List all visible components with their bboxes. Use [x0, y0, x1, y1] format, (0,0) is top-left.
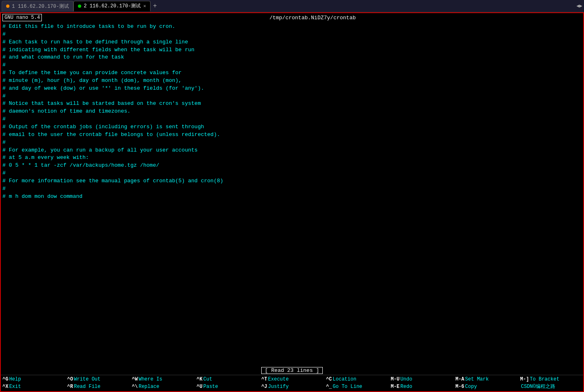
shortcut-item[interactable]: M-ASet Mark — [454, 376, 518, 383]
shortcut-label: Help — [9, 376, 21, 382]
shortcut-item[interactable]: ^GHelp — [1, 376, 66, 383]
shortcut-label: Read File — [74, 384, 100, 390]
tab-nav-arrows[interactable]: ◀▶ — [577, 3, 582, 9]
tab-1-label: 1 116.62.20.170-测试 — [12, 3, 69, 10]
editor-line: # Output of the crontab jobs (including … — [2, 123, 582, 131]
shortcut-item[interactable]: ^_Go To Line — [324, 383, 389, 390]
shortcut-label: Paste — [203, 384, 218, 390]
shortcut-row-1: ^GHelp^OWrite Out^WWhere Is^KCut^TExecut… — [1, 376, 583, 383]
tab-2-close[interactable]: ✕ — [143, 3, 146, 9]
editor-line: # — [2, 170, 582, 177]
shortcut-key: ^_ — [326, 384, 332, 390]
shortcut-item[interactable]: M-6Copy — [454, 383, 518, 390]
shortcut-label: Redo — [400, 384, 412, 390]
shortcut-key: ^U — [196, 384, 202, 390]
shortcut-label: To Bracket — [530, 376, 559, 382]
shortcut-bar: ^GHelp^OWrite Out^WWhere Is^KCut^TExecut… — [1, 375, 583, 391]
editor-line: # indicating with different fields when … — [2, 46, 582, 54]
editor-line: # — [2, 61, 582, 69]
nano-title-bar: GNU nano 5.4 /tmp/crontab.NiDZ7y/crontab — [1, 13, 583, 22]
shortcut-key: M-6 — [455, 384, 464, 390]
shortcut-label: Copy — [465, 384, 477, 390]
shortcut-key: M-U — [391, 376, 400, 382]
shortcut-item[interactable]: ^RRead File — [66, 383, 130, 390]
status-text: [ Read 23 lines ] — [261, 367, 323, 374]
nano-editor[interactable]: # Edit this file to introduce tasks to b… — [1, 22, 583, 366]
shortcut-item[interactable]: ^WWhere Is — [130, 376, 195, 383]
nano-status: [ Read 23 lines ] — [1, 366, 583, 375]
editor-line: # daemon's notion of time and timezones. — [2, 108, 582, 116]
editor-line: # Notice that tasks will be started base… — [2, 100, 582, 108]
nano-version: GNU nano 5.4 — [2, 14, 42, 21]
editor-line: # — [2, 139, 582, 147]
shortcut-item[interactable]: CSDN©编程之路 — [518, 383, 583, 390]
shortcut-key: M-A — [455, 376, 464, 382]
editor-line: # For example, you can run a backup of a… — [2, 147, 582, 154]
shortcut-item[interactable]: M-UUndo — [389, 376, 454, 383]
editor-line: # Each task to run has to be defined thr… — [2, 39, 582, 46]
shortcut-item[interactable]: M-ERedo — [389, 383, 454, 390]
editor-line: # To define the time you can provide con… — [2, 69, 582, 77]
editor-line: # m h dom mon dow command — [2, 193, 582, 201]
shortcut-key: ^X — [2, 384, 8, 390]
editor-line: # — [2, 31, 582, 39]
editor-line: # For more information see the manual pa… — [2, 177, 582, 185]
editor-line: # Edit this file to introduce tasks to b… — [2, 23, 582, 31]
shortcut-label: CSDN©编程之路 — [521, 383, 555, 390]
shortcut-key: ^C — [326, 376, 332, 382]
shortcut-label: Cut — [203, 376, 212, 382]
editor-line: # — [2, 93, 582, 100]
editor-line: # and day of week (dow) or use '*' in th… — [2, 85, 582, 93]
nano-filename: /tmp/crontab.NiDZ7y/crontab — [43, 15, 582, 21]
editor-line: # 0 5 * * 1 tar -zcf /var/backups/home.t… — [2, 162, 582, 170]
tab-1[interactable]: 1 116.62.20.170-测试 — [2, 1, 73, 11]
tab-2[interactable]: 2 116.62.20.170-测试 ✕ — [73, 1, 151, 11]
shortcut-row-2: ^XExit^RRead File^\Replace^UPaste^JJusti… — [1, 383, 583, 390]
tab-1-dot — [6, 5, 9, 8]
tab-2-label: 2 116.62.20.170-测试 — [84, 2, 141, 9]
shortcut-label: Replace — [139, 384, 159, 390]
editor-line: # email to the user the crontab file bel… — [2, 131, 582, 139]
shortcut-key: ^K — [196, 376, 202, 382]
shortcut-label: Go To Line — [333, 384, 362, 390]
shortcut-label: Where Is — [139, 376, 162, 382]
shortcut-item[interactable]: ^JJustify — [260, 383, 324, 390]
editor-line: # at 5 a.m every week with: — [2, 154, 582, 162]
shortcut-item[interactable]: ^\Replace — [130, 383, 195, 390]
shortcut-item[interactable]: M-]To Bracket — [518, 376, 583, 383]
shortcut-key: ^J — [261, 384, 267, 390]
editor-line: # — [2, 185, 582, 193]
editor-line: # and what command to run for the task — [2, 54, 582, 61]
shortcut-key: M-E — [391, 384, 400, 390]
editor-line: # minute (m), hour (h), day of month (do… — [2, 77, 582, 85]
shortcut-label: Exit — [9, 384, 21, 390]
shortcut-label: Execute — [268, 376, 289, 382]
shortcut-label: Justify — [268, 384, 289, 390]
shortcut-label: Location — [333, 376, 356, 382]
shortcut-item[interactable]: ^OWrite Out — [66, 376, 130, 383]
editor-line: # — [2, 116, 582, 123]
shortcut-label: Set Mark — [465, 376, 489, 382]
shortcut-item[interactable]: ^KCut — [195, 376, 260, 383]
shortcut-label: Write Out — [74, 376, 100, 382]
shortcut-key: ^T — [261, 376, 267, 382]
shortcut-label: Undo — [400, 376, 412, 382]
shortcut-item[interactable]: ^XExit — [1, 383, 66, 390]
shortcut-key: ^W — [132, 376, 138, 382]
shortcut-key: ^R — [67, 384, 73, 390]
shortcut-item[interactable]: ^CLocation — [324, 376, 389, 383]
new-tab-button[interactable]: + — [151, 2, 160, 10]
shortcut-item[interactable]: ^UPaste — [195, 383, 260, 390]
shortcut-key: M-] — [520, 376, 529, 382]
shortcut-key: ^\ — [132, 384, 138, 390]
shortcut-key: ^G — [2, 376, 8, 382]
tab-2-dot — [78, 5, 81, 8]
shortcut-item[interactable]: ^TExecute — [260, 376, 324, 383]
shortcut-key: ^O — [67, 376, 73, 382]
tab-bar: 1 116.62.20.170-测试 2 116.62.20.170-测试 ✕ … — [0, 0, 584, 12]
